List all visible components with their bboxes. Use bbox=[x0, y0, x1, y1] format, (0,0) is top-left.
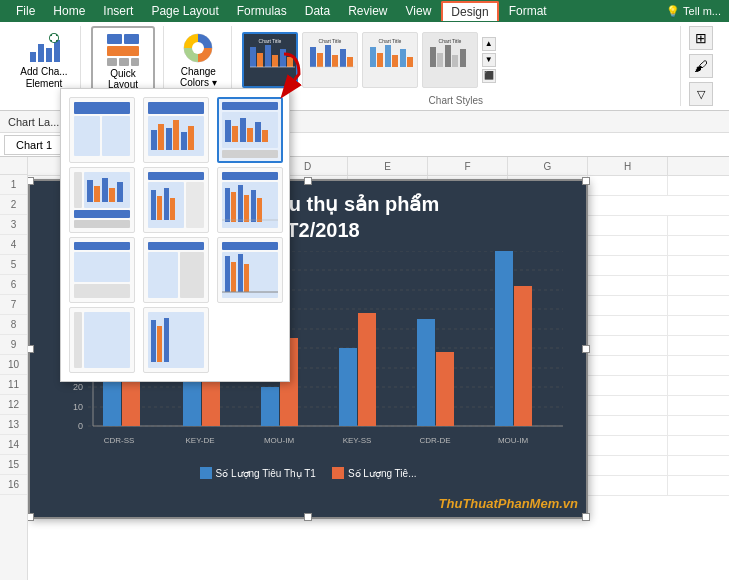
menu-design[interactable]: Design bbox=[441, 1, 498, 21]
resize-handle-tl[interactable] bbox=[28, 177, 34, 185]
quick-layout-button[interactable]: Quick Layout bbox=[91, 26, 155, 96]
svg-rect-49 bbox=[151, 130, 157, 150]
layout-option-9[interactable] bbox=[217, 237, 283, 303]
menu-home[interactable]: Home bbox=[45, 2, 93, 20]
layout-option-4[interactable] bbox=[69, 167, 135, 233]
svg-rect-104 bbox=[148, 312, 204, 368]
style-icon[interactable]: 🖌 bbox=[689, 54, 713, 78]
arrow-indicator bbox=[244, 49, 304, 102]
change-colors-label: ChangeColors ▾ bbox=[180, 66, 217, 88]
svg-rect-144 bbox=[436, 352, 454, 426]
cell-h1[interactable] bbox=[588, 176, 668, 196]
resize-handle-bc[interactable] bbox=[304, 513, 312, 521]
cell-h7[interactable] bbox=[588, 296, 668, 316]
style-scroll-more[interactable]: ⬛ bbox=[482, 69, 496, 83]
menu-format[interactable]: Format bbox=[501, 2, 555, 20]
svg-text:KEY-SS: KEY-SS bbox=[343, 436, 372, 445]
cell-h4[interactable] bbox=[588, 236, 668, 256]
resize-handle-br[interactable] bbox=[582, 513, 590, 521]
name-box[interactable] bbox=[4, 135, 64, 155]
add-chart-element-button[interactable]: Add Cha...Element bbox=[16, 26, 72, 94]
svg-rect-79 bbox=[170, 198, 175, 220]
svg-rect-55 bbox=[222, 102, 278, 110]
scroll-arrows: ▲ ▼ ⬛ bbox=[482, 37, 496, 83]
resize-handle-tr[interactable] bbox=[582, 177, 590, 185]
tell-me[interactable]: 💡 Tell m... bbox=[666, 5, 721, 18]
layout-option-6[interactable] bbox=[217, 167, 283, 233]
svg-rect-86 bbox=[251, 190, 256, 222]
svg-rect-58 bbox=[232, 126, 238, 142]
svg-rect-146 bbox=[495, 251, 513, 426]
row-16: 16 bbox=[0, 475, 27, 495]
cell-h6[interactable] bbox=[588, 276, 668, 296]
svg-rect-99 bbox=[238, 254, 243, 292]
svg-rect-45 bbox=[74, 116, 100, 156]
filter-icon[interactable]: ⊞ bbox=[689, 26, 713, 50]
menu-page-layout[interactable]: Page Layout bbox=[143, 2, 226, 20]
svg-rect-43 bbox=[460, 49, 466, 67]
svg-rect-87 bbox=[257, 198, 262, 222]
menu-view[interactable]: View bbox=[398, 2, 440, 20]
chart-style-2[interactable]: Chart Title bbox=[302, 32, 358, 88]
svg-rect-8 bbox=[124, 34, 139, 44]
menu-insert[interactable]: Insert bbox=[95, 2, 141, 20]
svg-rect-105 bbox=[151, 320, 156, 362]
resize-handle-bl[interactable] bbox=[28, 513, 34, 521]
svg-rect-54 bbox=[188, 126, 194, 150]
menu-data[interactable]: Data bbox=[297, 2, 338, 20]
change-colors-button[interactable]: ChangeColors ▾ bbox=[174, 26, 223, 92]
svg-rect-89 bbox=[74, 242, 130, 250]
style-scroll-down[interactable]: ▼ bbox=[482, 53, 496, 67]
style-scroll-up[interactable]: ▲ bbox=[482, 37, 496, 51]
svg-rect-34 bbox=[385, 45, 391, 67]
layout-option-10[interactable] bbox=[69, 307, 135, 373]
resize-handle-ml[interactable] bbox=[28, 345, 34, 353]
row-4: 4 bbox=[0, 235, 27, 255]
cell-h3[interactable] bbox=[588, 216, 668, 236]
svg-rect-0 bbox=[30, 52, 36, 62]
svg-rect-39 bbox=[430, 47, 436, 67]
menu-formulas[interactable]: Formulas bbox=[229, 2, 295, 20]
svg-text:CDR-DE: CDR-DE bbox=[419, 436, 450, 445]
cell-h5[interactable] bbox=[588, 256, 668, 276]
svg-rect-11 bbox=[119, 58, 129, 66]
layout-option-11[interactable] bbox=[143, 307, 209, 373]
layout-option-8[interactable] bbox=[143, 237, 209, 303]
col-h: H bbox=[588, 157, 668, 175]
resize-handle-tc[interactable] bbox=[304, 177, 312, 185]
layout-option-7[interactable] bbox=[69, 237, 135, 303]
chart-style-3[interactable]: Chart Title bbox=[362, 32, 418, 88]
corner-cell bbox=[0, 157, 27, 175]
row-9: 9 bbox=[0, 335, 27, 355]
add-chart-icon bbox=[26, 30, 62, 66]
svg-rect-71 bbox=[74, 210, 130, 218]
svg-rect-41 bbox=[445, 45, 451, 67]
layout-option-5[interactable] bbox=[143, 167, 209, 233]
layout-option-3[interactable] bbox=[217, 97, 283, 163]
svg-rect-68 bbox=[102, 178, 108, 202]
svg-rect-53 bbox=[181, 132, 187, 150]
layout-option-2[interactable] bbox=[143, 97, 209, 163]
menu-review[interactable]: Review bbox=[340, 2, 395, 20]
row-6: 6 bbox=[0, 275, 27, 295]
svg-rect-3 bbox=[54, 40, 60, 62]
svg-rect-26 bbox=[325, 45, 331, 67]
svg-rect-140 bbox=[339, 348, 357, 426]
svg-rect-10 bbox=[107, 58, 117, 66]
svg-rect-98 bbox=[231, 262, 236, 292]
svg-rect-59 bbox=[240, 118, 246, 142]
row-2: 2 bbox=[0, 195, 27, 215]
data-filter-icon[interactable]: ▽ bbox=[689, 82, 713, 106]
svg-rect-93 bbox=[148, 252, 178, 298]
resize-handle-mr[interactable] bbox=[582, 345, 590, 353]
layout-option-1[interactable] bbox=[69, 97, 135, 163]
col-f: F bbox=[428, 157, 508, 175]
svg-point-14 bbox=[192, 42, 204, 54]
chart-style-4[interactable]: Chart Title bbox=[422, 32, 478, 88]
menu-file[interactable]: File bbox=[8, 2, 43, 20]
svg-rect-80 bbox=[222, 172, 278, 180]
row-1: 1 bbox=[0, 175, 27, 195]
legend-label-1: Số Lượng Tiêu Thụ T1 bbox=[216, 468, 316, 479]
row-12: 12 bbox=[0, 395, 27, 415]
svg-rect-61 bbox=[255, 122, 261, 142]
